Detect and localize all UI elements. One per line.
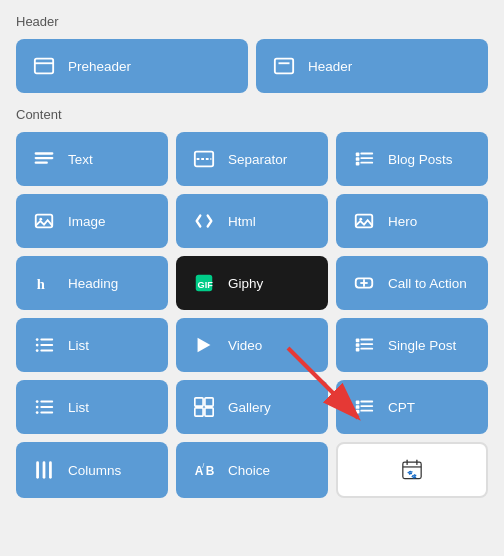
blog-posts-label: Blog Posts	[388, 152, 453, 167]
svg-text:🐾: 🐾	[407, 469, 417, 479]
svg-rect-37	[356, 348, 360, 352]
image-tile[interactable]: Image	[16, 194, 168, 248]
content-grid: Text Separator Blog Posts	[16, 132, 488, 498]
svg-point-42	[36, 406, 39, 409]
image-icon	[30, 207, 58, 235]
text-tile[interactable]: Text	[16, 132, 168, 186]
svg-rect-51	[356, 401, 360, 405]
svg-point-18	[359, 218, 362, 221]
svg-point-41	[36, 400, 39, 403]
gallery-tile[interactable]: Gallery	[176, 380, 328, 434]
hero-icon	[350, 207, 378, 235]
svg-rect-52	[356, 405, 360, 409]
single-post-icon	[350, 331, 378, 359]
svg-rect-45	[205, 398, 213, 406]
header-icon	[270, 52, 298, 80]
svg-text:h: h	[37, 276, 45, 292]
gallery-icon	[190, 393, 218, 421]
separator-tile[interactable]: Separator	[176, 132, 328, 186]
svg-point-43	[36, 411, 39, 414]
cpt-tile[interactable]: CPT	[336, 380, 488, 434]
header-section: Header Preheader Header	[16, 14, 488, 93]
svg-point-30	[36, 349, 39, 352]
list1-label: List	[68, 338, 89, 353]
svg-rect-14	[356, 162, 360, 166]
heading-tile[interactable]: h Heading	[16, 256, 168, 310]
single-post-tile[interactable]: Single Post	[336, 318, 488, 372]
heading-label: Heading	[68, 276, 118, 291]
svg-rect-12	[356, 153, 360, 157]
text-icon	[30, 145, 58, 173]
list2-label: List	[68, 400, 89, 415]
blog-posts-tile[interactable]: Blog Posts	[336, 132, 488, 186]
cta-icon	[350, 269, 378, 297]
content-section-label: Content	[16, 107, 488, 122]
columns-label: Columns	[68, 463, 121, 478]
video-icon	[190, 331, 218, 359]
list2-icon	[30, 393, 58, 421]
list1-tile[interactable]: List	[16, 318, 168, 372]
header-label: Header	[308, 59, 352, 74]
gallery-label: Gallery	[228, 400, 271, 415]
blog-posts-icon	[350, 145, 378, 173]
svg-rect-46	[195, 408, 203, 416]
page-wrapper: Header Preheader Header Content	[16, 14, 488, 498]
columns-tile[interactable]: Columns	[16, 442, 168, 498]
svg-text:B: B	[206, 464, 215, 478]
header-tile[interactable]: Header	[256, 39, 488, 93]
calendar-icon: 🐾	[352, 456, 472, 484]
cpt-label: CPT	[388, 400, 415, 415]
single-post-label: Single Post	[388, 338, 456, 353]
header-section-label: Header	[16, 14, 488, 29]
header-grid: Preheader Header	[16, 39, 488, 93]
giphy-icon: GIF	[190, 269, 218, 297]
cpt-icon	[350, 393, 378, 421]
content-grid-wrapper: Text Separator Blog Posts	[16, 132, 488, 498]
svg-rect-44	[195, 398, 203, 406]
columns-icon	[30, 456, 58, 484]
choice-tile[interactable]: A / B Choice	[176, 442, 328, 498]
preheader-icon	[30, 52, 58, 80]
html-tile[interactable]: Html	[176, 194, 328, 248]
choice-icon: A / B	[190, 456, 218, 484]
svg-rect-47	[205, 408, 213, 416]
svg-point-28	[36, 338, 39, 341]
cta-tile[interactable]: Call to Action	[336, 256, 488, 310]
choice-label: Choice	[228, 463, 270, 478]
calendar-tile[interactable]: 🐾	[336, 442, 488, 498]
hero-label: Hero	[388, 214, 417, 229]
html-icon	[190, 207, 218, 235]
preheader-label: Preheader	[68, 59, 131, 74]
content-section: Content Text Separator	[16, 107, 488, 498]
cta-label: Call to Action	[388, 276, 467, 291]
list2-tile[interactable]: List	[16, 380, 168, 434]
svg-rect-36	[356, 343, 360, 347]
giphy-tile[interactable]: GIF Giphy	[176, 256, 328, 310]
svg-marker-31	[198, 338, 211, 353]
svg-rect-2	[275, 59, 293, 74]
list1-icon	[30, 331, 58, 359]
svg-text:GIF: GIF	[198, 280, 214, 290]
svg-point-29	[36, 344, 39, 347]
svg-rect-53	[356, 410, 360, 414]
svg-text:/: /	[202, 461, 205, 470]
text-label: Text	[68, 152, 93, 167]
image-label: Image	[68, 214, 106, 229]
html-label: Html	[228, 214, 256, 229]
heading-icon: h	[30, 269, 58, 297]
separator-icon	[190, 145, 218, 173]
svg-rect-35	[356, 339, 360, 343]
hero-tile[interactable]: Hero	[336, 194, 488, 248]
svg-rect-13	[356, 157, 360, 161]
video-label: Video	[228, 338, 262, 353]
svg-rect-0	[35, 59, 53, 74]
preheader-tile[interactable]: Preheader	[16, 39, 248, 93]
svg-point-16	[39, 218, 42, 221]
separator-label: Separator	[228, 152, 287, 167]
giphy-label: Giphy	[228, 276, 263, 291]
video-tile[interactable]: Video	[176, 318, 328, 372]
